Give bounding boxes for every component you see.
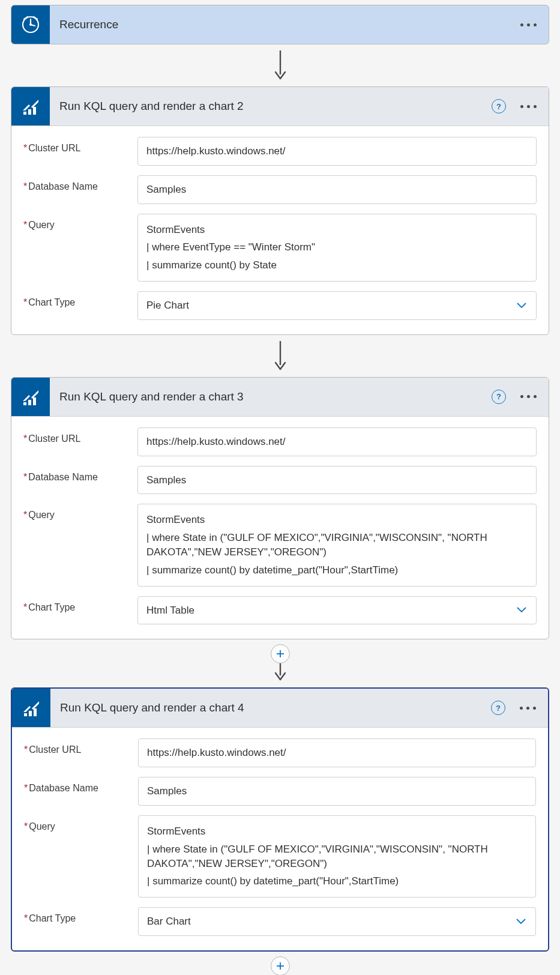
svg-marker-19 (23, 701, 39, 712)
connector-1 (0, 340, 560, 372)
database-name-label: *Database Name (24, 777, 125, 806)
svg-rect-10 (33, 107, 36, 115)
step-card-2: Run KQL query and render a chart 3? *Clu… (11, 377, 549, 640)
connector-2 (0, 644, 560, 683)
step-body-1: *Cluster URL *Database Name *Query Storm… (11, 125, 549, 334)
step-card-3: Run KQL query and render a chart 4? *Clu… (11, 687, 549, 952)
database-name-input[interactable] (137, 175, 537, 204)
cluster-url-input[interactable] (137, 427, 537, 456)
step-card-1: Run KQL query and render a chart 2? *Clu… (11, 86, 549, 335)
cluster-url-row: *Cluster URL (24, 738, 536, 767)
step-header-2[interactable]: Run KQL query and render a chart 3? (11, 378, 549, 416)
chart-type-label: *Chart Type (23, 596, 124, 625)
connector-0 (0, 49, 560, 82)
step-title: Run KQL query and render a chart 2 (59, 100, 482, 113)
database-name-row: *Database Name (23, 466, 537, 495)
query-label: *Query (23, 504, 124, 586)
chart-type-label: *Chart Type (23, 291, 124, 320)
svg-rect-9 (28, 109, 31, 115)
chart-type-label: *Chart Type (24, 907, 125, 936)
query-row: *Query StormEvents| where State in ("GUL… (23, 504, 537, 586)
query-textarea[interactable]: StormEvents| where EventType == "Winter … (137, 214, 537, 282)
svg-rect-20 (24, 713, 27, 716)
chart-type-select[interactable]: Html Table (137, 596, 537, 625)
clock-icon (11, 5, 50, 44)
step-header-1[interactable]: Run KQL query and render a chart 2? (11, 87, 549, 125)
chevron-down-icon (515, 917, 527, 926)
query-label: *Query (24, 815, 125, 898)
step-header-actions: ? (491, 701, 537, 715)
query-row: *Query StormEvents| where State in ("GUL… (24, 815, 536, 898)
database-name-row: *Database Name (23, 175, 537, 204)
database-name-row: *Database Name (24, 777, 536, 806)
more-menu-icon[interactable] (519, 705, 537, 711)
chevron-down-icon (516, 301, 528, 310)
step-header-actions: ? (492, 390, 538, 404)
kusto-icon (11, 87, 50, 125)
step-header-actions: ? (492, 99, 538, 113)
database-name-label: *Database Name (23, 175, 124, 204)
cluster-url-row: *Cluster URL (23, 427, 537, 456)
kusto-icon (11, 378, 50, 416)
query-textarea[interactable]: StormEvents| where State in ("GULF OF ME… (138, 815, 536, 898)
chart-type-row: *Chart Type Pie Chart (23, 291, 537, 320)
connector-3 (0, 956, 560, 975)
chart-type-row: *Chart Type Html Table (23, 596, 537, 625)
svg-rect-13 (23, 402, 26, 405)
more-menu-icon[interactable] (519, 104, 538, 109)
database-name-input[interactable] (137, 466, 537, 495)
cluster-url-input[interactable] (137, 137, 537, 166)
cluster-url-label: *Cluster URL (23, 427, 124, 456)
step-title: Run KQL query and render a chart 4 (60, 701, 481, 714)
step-title: Recurrence (59, 18, 510, 31)
step-card-0: Recurrence (11, 5, 549, 44)
cluster-url-row: *Cluster URL (23, 137, 537, 166)
kusto-icon (12, 689, 50, 727)
cluster-url-label: *Cluster URL (23, 137, 124, 166)
svg-marker-12 (23, 390, 38, 401)
step-header-actions (519, 22, 538, 28)
step-header-0[interactable]: Recurrence (11, 5, 549, 44)
chart-type-select[interactable]: Bar Chart (138, 907, 536, 936)
more-menu-icon[interactable] (519, 22, 538, 28)
database-name-input[interactable] (138, 777, 536, 806)
step-body-2: *Cluster URL *Database Name *Query Storm… (11, 416, 549, 639)
query-label: *Query (23, 214, 124, 282)
help-icon[interactable]: ? (491, 701, 505, 715)
query-row: *Query StormEvents| where EventType == "… (23, 214, 537, 282)
cluster-url-input[interactable] (138, 738, 536, 767)
svg-rect-14 (28, 400, 31, 405)
svg-rect-21 (29, 711, 32, 716)
chart-type-row: *Chart Type Bar Chart (24, 907, 536, 936)
step-header-3[interactable]: Run KQL query and render a chart 4? (12, 689, 548, 727)
query-textarea[interactable]: StormEvents| where State in ("GULF OF ME… (137, 504, 537, 586)
help-icon[interactable]: ? (492, 390, 506, 404)
more-menu-icon[interactable] (519, 394, 538, 399)
svg-rect-8 (23, 112, 26, 115)
svg-marker-7 (23, 100, 38, 110)
database-name-label: *Database Name (23, 466, 124, 495)
step-body-3: *Cluster URL *Database Name *Query Storm… (12, 727, 548, 950)
svg-rect-15 (33, 397, 36, 405)
chart-type-select[interactable]: Pie Chart (137, 291, 537, 320)
add-step-button[interactable] (271, 644, 290, 663)
add-step-button[interactable] (271, 956, 290, 975)
svg-rect-22 (34, 708, 37, 716)
help-icon[interactable]: ? (492, 99, 506, 113)
chevron-down-icon (516, 606, 528, 614)
step-title: Run KQL query and render a chart 3 (59, 390, 482, 403)
cluster-url-label: *Cluster URL (24, 738, 125, 767)
